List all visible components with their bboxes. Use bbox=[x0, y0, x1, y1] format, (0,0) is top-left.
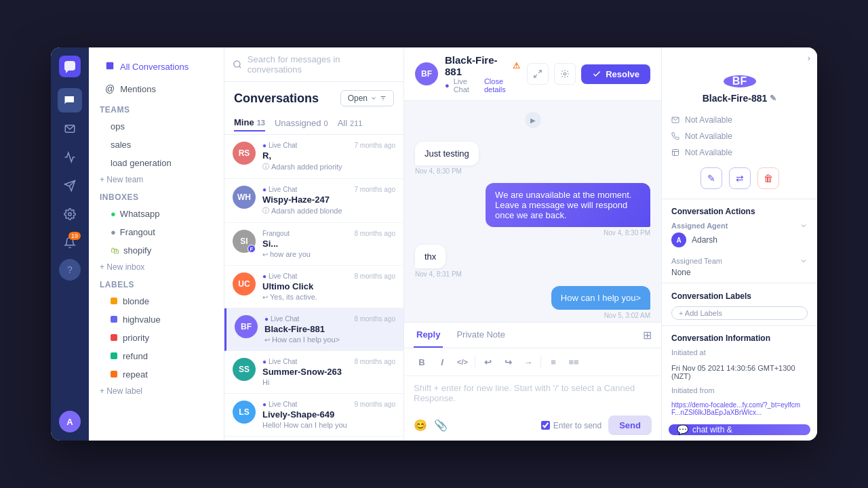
tab-unassigned[interactable]: Unassigned 0 bbox=[275, 115, 328, 131]
sidebar-icon-bell[interactable]: 19 bbox=[58, 230, 82, 255]
live-chat-icon: ● bbox=[262, 142, 267, 149]
reply-tabs: Reply Private Note ⊞ bbox=[404, 323, 661, 348]
chat-header-actions: Conversation Actions Resolve bbox=[527, 63, 650, 85]
nav-inbox-frangout[interactable]: ●Frangout bbox=[94, 224, 218, 241]
tab-mine[interactable]: Mine 13 bbox=[234, 115, 265, 131]
edit-contact-button[interactable]: ✎ bbox=[701, 167, 722, 189]
conversation-item-hk[interactable]: HK ● Live Chat ... ... 9 months ago bbox=[224, 436, 403, 441]
italic-button[interactable]: I bbox=[434, 354, 450, 370]
conversation-tabs: Mine 13 Unassigned 0 All 211 bbox=[224, 112, 403, 135]
forward-button[interactable]: → bbox=[520, 354, 536, 370]
close-details-link[interactable]: Close details bbox=[484, 77, 520, 94]
nav-label-priority[interactable]: priority bbox=[94, 329, 218, 346]
collapse-right-panel-button[interactable]: › bbox=[808, 53, 810, 63]
initiated-from-url[interactable]: https://demo-focalede...fy.com/?_bt=eylf… bbox=[662, 399, 817, 419]
conv-name: Ultimo Click bbox=[262, 281, 347, 291]
delete-contact-button[interactable]: 🗑 bbox=[757, 167, 779, 189]
nav-team-sales[interactable]: sales bbox=[94, 136, 218, 153]
check-icon bbox=[592, 69, 601, 79]
tab-private-note[interactable]: Private Note bbox=[454, 323, 508, 348]
list-button[interactable]: ≡ bbox=[545, 354, 561, 370]
conversation-item-fr[interactable]: SI F Frangout Si... ↩ how are you 8 mont… bbox=[224, 223, 403, 266]
contact-actions: ✎ ⇄ 🗑 bbox=[662, 161, 817, 196]
send-button[interactable]: Send bbox=[608, 415, 652, 435]
company-icon bbox=[671, 148, 679, 157]
message-3: thx Nov 4, 8:31 PM bbox=[415, 245, 580, 278]
avatar: WH bbox=[233, 186, 256, 209]
new-label-button[interactable]: + New label bbox=[89, 384, 224, 399]
settings-icon-button[interactable] bbox=[554, 63, 576, 85]
all-conversations-icon bbox=[105, 61, 115, 73]
search-bar[interactable]: Search for messages in conversations bbox=[224, 47, 403, 82]
toolbar-divider bbox=[475, 357, 475, 367]
edit-contact-icon[interactable]: ✎ bbox=[770, 94, 776, 103]
new-inbox-button[interactable]: + New inbox bbox=[89, 260, 224, 274]
collapse-button[interactable]: ▶ bbox=[525, 112, 541, 128]
conv-name: Black-Fire-881 bbox=[264, 324, 347, 334]
conversation-actions-title: Conversation Actions bbox=[662, 201, 817, 219]
tab-all[interactable]: All 211 bbox=[338, 115, 363, 131]
redo-button[interactable]: ↪ bbox=[500, 354, 516, 370]
reply-input[interactable]: Shift + enter for new line. Start with '… bbox=[404, 376, 661, 410]
warning-icon: ⚠ bbox=[513, 61, 520, 70]
assigned-team-label: Assigned Team bbox=[671, 257, 722, 265]
nav-team-ops[interactable]: ops bbox=[94, 118, 218, 135]
nav-label-refund[interactable]: refund bbox=[94, 348, 218, 365]
conversation-item-wh[interactable]: WH ● Live Chat Wispy-Haze-247 ⓘ Adarsh a… bbox=[224, 179, 403, 223]
user-avatar[interactable]: A bbox=[59, 411, 81, 432]
nav-inbox-shopify[interactable]: 🛍shopify bbox=[94, 242, 218, 259]
nav-mentions[interactable]: @ Mentions bbox=[94, 79, 218, 99]
svg-point-6 bbox=[234, 61, 240, 67]
sidebar-icon-inbox[interactable] bbox=[58, 117, 82, 141]
avatar: BF bbox=[235, 315, 258, 338]
tab-reply[interactable]: Reply bbox=[414, 323, 443, 348]
conversation-item-rs[interactable]: RS ● Live Chat R, ⓘ Adarsh added priorit… bbox=[224, 135, 403, 179]
contact-email-row: Not Available bbox=[662, 112, 817, 128]
nav-team-load-generation[interactable]: load generation bbox=[94, 155, 218, 171]
chat-widget[interactable]: 💬 chat with & bbox=[669, 424, 810, 435]
enter-to-send-checkbox[interactable] bbox=[541, 421, 550, 430]
nav-all-conversations[interactable]: All Conversations bbox=[94, 56, 218, 77]
avatar: LS bbox=[233, 401, 256, 424]
nav-label-blonde[interactable]: blonde bbox=[94, 293, 218, 310]
conversation-item-ls[interactable]: LS ● Live Chat Lively-Shape-649 Hello! H… bbox=[224, 394, 403, 436]
undo-button[interactable]: ↩ bbox=[479, 354, 496, 370]
ordered-list-button[interactable]: ≡≡ bbox=[566, 354, 582, 370]
assigned-agent-label: Assigned Agent bbox=[671, 222, 728, 230]
add-labels-button[interactable]: + Add Labels bbox=[671, 306, 808, 320]
chat-widget-label: chat with & bbox=[692, 425, 732, 434]
conversation-item-uc[interactable]: UC ● Live Chat Ultimo Click ↩ Yes, its a… bbox=[224, 266, 403, 308]
assigned-team-name: None bbox=[671, 268, 808, 277]
attach-button[interactable]: 📎 bbox=[434, 419, 448, 432]
nav-inbox-whatsapp[interactable]: ●Whatsapp bbox=[94, 205, 218, 222]
app-logo[interactable] bbox=[59, 56, 81, 77]
sidebar-icon-conversations[interactable] bbox=[58, 88, 82, 113]
message-1: Just testing Nov 4, 8:30 PM bbox=[415, 142, 580, 175]
svg-line-11 bbox=[538, 70, 541, 73]
reply-area: Reply Private Note ⊞ B I </> ↩ ↪ → ≡ ≡≡ … bbox=[404, 322, 661, 441]
initiated-at-value: Fri Nov 05 2021 14:30:56 GMT+1300 (NZT) bbox=[662, 361, 817, 384]
new-team-button[interactable]: + New team bbox=[89, 172, 224, 187]
conversation-labels-title: Conversation Labels bbox=[662, 286, 817, 304]
nav-label-highvalue[interactable]: highvalue bbox=[94, 311, 218, 328]
expand-reply-button[interactable]: ⊞ bbox=[643, 329, 652, 342]
sidebar-icon-send[interactable] bbox=[58, 174, 82, 198]
initiated-from-label: Initiated from bbox=[662, 384, 817, 397]
expand-icon-button[interactable] bbox=[527, 63, 549, 85]
resolve-button[interactable]: Conversation Actions Resolve bbox=[581, 64, 650, 84]
sidebar-icon-settings[interactable] bbox=[58, 202, 82, 226]
emoji-button[interactable]: 😊 bbox=[414, 419, 427, 432]
conversation-item-bf[interactable]: BF ● Live Chat Black-Fire-881 ↩ How can … bbox=[224, 308, 403, 351]
message-bubble: How can I help you> bbox=[551, 286, 650, 310]
help-button[interactable]: ? bbox=[59, 259, 81, 281]
merge-contact-button[interactable]: ⇄ bbox=[729, 167, 751, 189]
bold-button[interactable]: B bbox=[414, 354, 430, 370]
filter-button[interactable]: Open bbox=[340, 90, 394, 106]
right-panel: › BF Black-Fire-881 ✎ Not Available Not … bbox=[661, 47, 817, 441]
contact-name: Black-Fire-881 ✎ bbox=[662, 93, 817, 104]
sidebar-icon-reports[interactable] bbox=[58, 145, 82, 169]
conversation-item-ss[interactable]: SS ● Live Chat Summer-Snow-263 Hi 8 mont… bbox=[224, 351, 403, 394]
svg-point-4 bbox=[68, 213, 72, 216]
nav-label-repeat[interactable]: repeat bbox=[94, 366, 218, 383]
code-button[interactable]: </> bbox=[454, 354, 471, 370]
